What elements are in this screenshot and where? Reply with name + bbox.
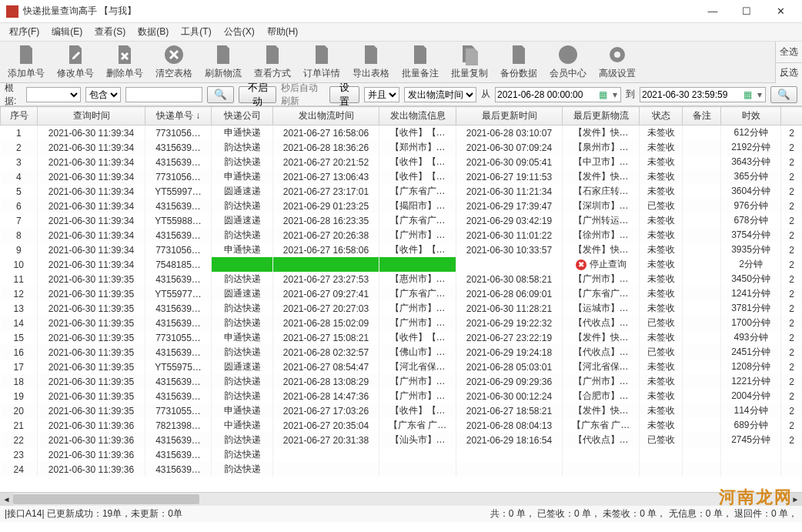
search-button[interactable]: 🔍 xyxy=(207,86,234,103)
cell-li: ✖停止查询 xyxy=(563,257,640,272)
scroll-left-arrow[interactable]: ◄ xyxy=(0,493,13,506)
cell-lt: 2021-06-29 09:29:36 xyxy=(456,374,563,389)
cell-ex: 2 xyxy=(781,316,803,330)
column-header[interactable]: 序号 xyxy=(1,107,38,125)
menu-item[interactable]: 工具(T) xyxy=(176,24,216,40)
close-button[interactable]: ✕ xyxy=(765,2,796,21)
column-header[interactable]: 最后更新时间 xyxy=(456,107,563,125)
table-row[interactable]: 192021-06-30 11:39:354315639…韵达快递2021-06… xyxy=(1,389,803,403)
contain-select[interactable]: 包含 xyxy=(85,87,121,102)
cell-remark xyxy=(683,301,721,316)
refresh-icon xyxy=(212,44,234,65)
table-row[interactable]: 202021-06-30 11:39:357731055…申通快递2021-06… xyxy=(1,403,803,418)
table-row[interactable]: 112021-06-30 11:39:354315639…韵达快递2021-06… xyxy=(1,272,803,286)
tool-refresh-button[interactable]: 刷新物流 xyxy=(202,43,245,82)
root-label: 根据: xyxy=(5,82,22,108)
table-row[interactable]: 22021-06-30 11:39:344315639…韵达快递2021-06-… xyxy=(1,140,803,155)
column-header[interactable]: 状态 xyxy=(640,107,683,125)
tool-add-button[interactable]: 添加单号 xyxy=(5,43,48,82)
tool-detail-button[interactable]: 订单详情 xyxy=(300,43,343,82)
cell-st xyxy=(273,462,379,477)
column-header[interactable]: 发出物流信息 xyxy=(379,107,456,125)
menu-item[interactable]: 编辑(E) xyxy=(47,24,87,40)
column-header[interactable]: 最后更新物流 xyxy=(563,107,640,125)
menu-item[interactable]: 数据(B) xyxy=(133,24,173,40)
tool-backup-button[interactable]: 备份数据 xyxy=(497,43,540,82)
column-header[interactable] xyxy=(781,107,803,125)
cell-qt: 2021-06-30 11:39:34 xyxy=(38,228,145,243)
table-row[interactable]: 62021-06-30 11:39:344315639…韵达快递2021-06-… xyxy=(1,199,803,213)
table-row[interactable]: 132021-06-30 11:39:354315639…韵达快递2021-06… xyxy=(1,301,803,316)
chevron-down-icon[interactable]: ▾ xyxy=(610,89,620,100)
tool-del-button[interactable]: 删除单号 xyxy=(103,43,146,82)
table-row[interactable]: 102021-06-30 11:39:347548185…✖停止查询未签收2分钟… xyxy=(1,257,803,272)
chevron-down-icon[interactable]: ▾ xyxy=(754,89,765,100)
column-header[interactable]: 时效 xyxy=(721,107,781,125)
column-header[interactable]: 快递单号 ↓ xyxy=(145,107,212,125)
table-row[interactable]: 72021-06-30 11:39:34YT55988…圆通速递2021-06-… xyxy=(1,213,803,228)
column-header[interactable]: 备注 xyxy=(683,107,721,125)
table-row[interactable]: 122021-06-30 11:39:35YT55977…圆通速递2021-06… xyxy=(1,286,803,301)
date-from-input[interactable] xyxy=(496,88,596,102)
filter-search-button[interactable]: 🔍 xyxy=(770,86,797,103)
tool-clear-button[interactable]: 清空表格 xyxy=(152,43,195,82)
column-header[interactable]: 发出物流时间 xyxy=(273,107,379,125)
table-row[interactable]: 222021-06-30 11:39:364315639…韵达快递2021-06… xyxy=(1,433,803,447)
table-row[interactable]: 42021-06-30 11:39:347731056…申通快递2021-06-… xyxy=(1,169,803,184)
tool-export-button[interactable]: 导出表格 xyxy=(349,43,393,82)
date-to-picker[interactable]: ▦ ▾ xyxy=(640,87,766,102)
time-field-select[interactable]: 发出物流时间 xyxy=(404,87,476,102)
menu-item[interactable]: 查看(S) xyxy=(90,24,130,40)
horizontal-scrollbar[interactable]: ◄ ► xyxy=(0,492,802,505)
table-row[interactable]: 52021-06-30 11:39:34YT55997…圆通速递2021-06-… xyxy=(1,184,803,199)
search-input[interactable] xyxy=(125,87,202,102)
table-row[interactable]: 172021-06-30 11:39:35YT55975…圆通速递2021-06… xyxy=(1,360,803,374)
stop-query-button[interactable]: ✖停止查询 xyxy=(576,258,627,271)
tool-member-button[interactable]: 会员中心 xyxy=(546,43,590,82)
cell-st: 2021-06-27 20:21:52 xyxy=(273,155,379,169)
cell-n: 5 xyxy=(1,184,38,199)
invert-selection-button[interactable]: 反选 xyxy=(776,63,802,84)
cell-dur: 365分钟 xyxy=(721,169,781,184)
date-to-input[interactable] xyxy=(640,88,740,102)
tool-batchcopy-button[interactable]: 批量复制 xyxy=(448,43,491,82)
date-from-picker[interactable]: ▦ ▾ xyxy=(495,87,621,102)
table-row[interactable]: 242021-06-30 11:39:364315639…韵达快递 xyxy=(1,462,803,477)
cell-ex: 2 xyxy=(781,140,803,155)
root-field-select[interactable] xyxy=(26,87,82,102)
minimize-button[interactable]: — xyxy=(697,2,728,21)
column-header[interactable]: 快递公司 xyxy=(212,107,273,125)
cell-si: 【广州市】… xyxy=(379,228,456,243)
maximize-button[interactable]: ☐ xyxy=(731,2,762,21)
cell-remark xyxy=(683,140,721,155)
table-row[interactable]: 212021-06-30 11:39:367821398…中通快递2021-06… xyxy=(1,418,803,433)
table-row[interactable]: 12021-06-30 11:39:347731056…申通快递2021-06-… xyxy=(1,125,803,141)
cell-remark xyxy=(683,433,721,447)
scroll-thumb[interactable] xyxy=(13,494,199,504)
tool-edit-button[interactable]: 修改单号 xyxy=(54,43,97,82)
tool-advanced-button[interactable]: 高级设置 xyxy=(596,43,639,82)
table-row[interactable]: 182021-06-30 11:39:354315639…韵达快递2021-06… xyxy=(1,374,803,389)
scroll-right-arrow[interactable]: ► xyxy=(789,493,802,506)
cell-st: 2021-06-27 16:58:06 xyxy=(273,243,379,257)
select-all-button[interactable]: 全选 xyxy=(776,42,802,63)
table-row[interactable]: 92021-06-30 11:39:347731056…申通快递2021-06-… xyxy=(1,243,803,257)
table-row[interactable]: 142021-06-30 11:39:354315639…韵达快递2021-06… xyxy=(1,316,803,330)
table-row[interactable]: 162021-06-30 11:39:354315639…韵达快递2021-06… xyxy=(1,345,803,360)
menu-item[interactable]: 帮助(H) xyxy=(262,24,303,40)
and-select[interactable]: 并且 xyxy=(364,87,399,102)
tool-batchremark-button[interactable]: 批量备注 xyxy=(399,43,442,82)
calendar-icon[interactable]: ▦ xyxy=(740,89,754,100)
menu-item[interactable]: 程序(F) xyxy=(5,24,44,40)
menu-item[interactable]: 公告(X) xyxy=(219,24,259,40)
column-header[interactable]: 查询时间 xyxy=(38,107,145,125)
no-start-button[interactable]: 不启动 xyxy=(239,86,276,103)
table-row[interactable]: 32021-06-30 11:39:344315639…韵达快递2021-06-… xyxy=(1,155,803,169)
tool-viewmode-button[interactable]: 查看方式 xyxy=(251,43,294,82)
table-row[interactable]: 82021-06-30 11:39:344315639…韵达快递2021-06-… xyxy=(1,228,803,243)
calendar-icon[interactable]: ▦ xyxy=(596,89,610,100)
table-row[interactable]: 152021-06-30 11:39:357731055…申通快递2021-06… xyxy=(1,330,803,345)
settings-button[interactable]: 设置 xyxy=(329,86,359,103)
table-row[interactable]: 232021-06-30 11:39:364315639…韵达快递 xyxy=(1,447,803,462)
scroll-track[interactable] xyxy=(13,493,789,506)
